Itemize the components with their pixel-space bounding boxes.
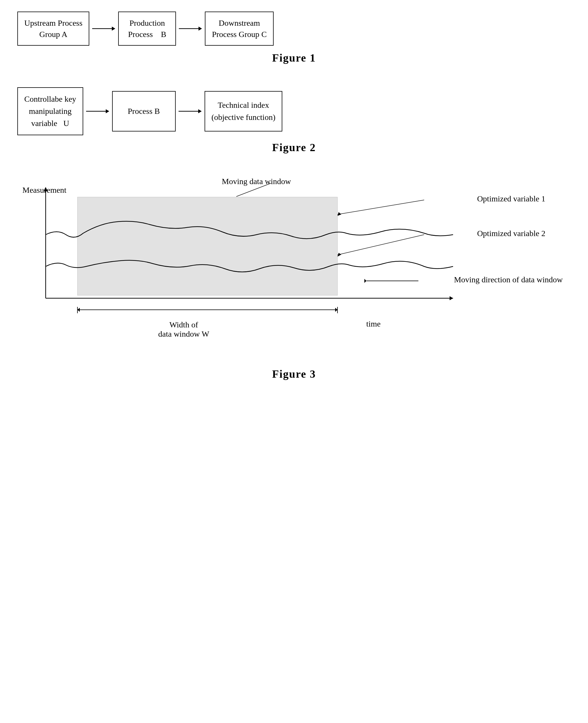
svg-line-16 [337,235,424,255]
figure3-container: Measurement Moving data window Optimized… [20,177,569,380]
figure2-box-technical: Technical index(objective function) [205,91,282,131]
figure2-box-control: Controllabe keymanipulatingvariable U [17,87,83,135]
figure-2-diagram: Controllabe keymanipulatingvariable U Pr… [17,87,571,135]
opt-var2-label: Optimized variable 2 [477,229,545,238]
width-label: Width ofdata window W [158,320,209,339]
svg-line-14 [337,200,424,214]
figure1-box-production: ProductionProcess B [118,12,176,46]
figure2-arrow-1 [86,107,109,116]
svg-marker-11 [449,296,453,300]
figure1-box-downstream: DownstreamProcess Group C [205,12,274,46]
svg-rect-12 [78,197,337,295]
figure1-box-upstream: Upstream ProcessGroup A [17,12,89,46]
svg-marker-22 [335,308,337,312]
figure1-caption: Figure 1 [17,51,571,64]
time-label: time [366,319,381,329]
figure3-chart-wrapper: Measurement Moving data window Optimized… [20,177,569,362]
svg-marker-7 [198,109,202,113]
svg-marker-1 [112,26,115,30]
figure-3-section: Measurement Moving data window Optimized… [17,177,571,380]
figure1-arrow-2 [179,24,202,33]
svg-marker-5 [106,109,109,113]
opt-var1-label: Optimized variable 1 [477,194,545,203]
svg-marker-17 [337,253,341,256]
moving-window-label: Moving data window [222,177,291,186]
figure2-caption: Figure 2 [17,141,571,154]
svg-marker-15 [337,212,341,216]
figure2-box-process: Process B [112,91,176,131]
svg-marker-3 [198,26,202,30]
svg-marker-21 [78,308,80,312]
figure2-arrow-2 [178,107,202,116]
figure-2-section: Controllabe keymanipulatingvariable U Pr… [17,87,571,154]
svg-marker-19 [364,279,366,283]
figure-1-section: Upstream ProcessGroup A ProductionProces… [17,12,571,64]
figure3-arrows-svg [20,177,569,362]
figure3-caption: Figure 3 [20,368,569,380]
figure-1-diagram: Upstream ProcessGroup A ProductionProces… [17,12,571,46]
measurement-label: Measurement [23,186,66,195]
moving-dir-label: Moving direction of data window [454,275,563,284]
figure1-arrow-1 [92,24,115,33]
